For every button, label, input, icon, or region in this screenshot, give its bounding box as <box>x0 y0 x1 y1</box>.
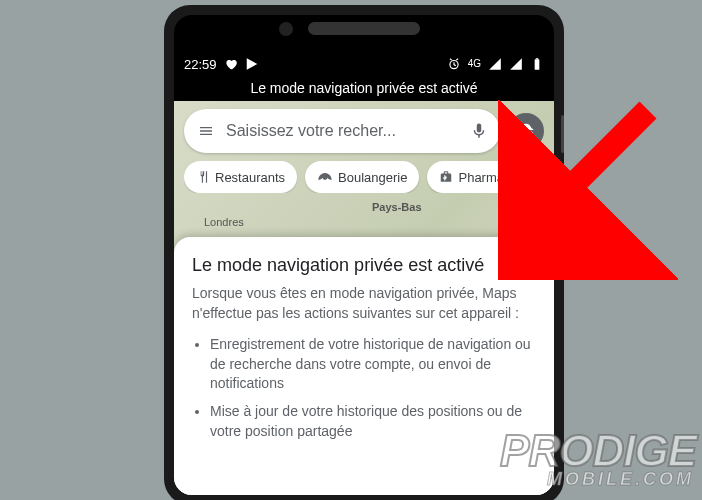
signal-icon <box>488 57 502 71</box>
chip-label: Boulangerie <box>338 170 407 185</box>
incognito-icon <box>515 120 537 142</box>
power-button <box>561 115 564 153</box>
front-camera <box>279 22 293 36</box>
svg-rect-1 <box>535 59 540 70</box>
chip-restaurants[interactable]: Restaurants <box>184 161 297 193</box>
sheet-bullet: Enregistrement de votre historique de na… <box>210 335 536 394</box>
fork-knife-icon <box>196 170 210 184</box>
signal-icon-2 <box>509 57 523 71</box>
incognito-notice: Le mode navigation privée est activé <box>174 77 554 101</box>
alarm-icon <box>447 57 461 71</box>
pharmacy-icon <box>439 170 453 184</box>
svg-rect-2 <box>536 58 538 59</box>
category-chips: Restaurants Boulangerie Pharmacies <box>184 161 554 193</box>
sheet-title: Le mode navigation privée est activé <box>192 255 536 276</box>
network-type: 4G <box>468 59 481 69</box>
map-label-londres: Londres <box>204 216 244 228</box>
sheet-intro: Lorsque vous êtes en mode navigation pri… <box>192 284 536 323</box>
mic-icon[interactable] <box>470 120 488 142</box>
status-bar: 22:59 4G <box>174 51 554 77</box>
search-placeholder: Saisissez votre recher... <box>226 122 460 140</box>
chip-label: Restaurants <box>215 170 285 185</box>
heart-icon <box>224 57 238 71</box>
croissant-icon <box>317 171 333 183</box>
play-icon <box>245 57 259 71</box>
watermark-sub: MOBILE.COM <box>547 469 694 490</box>
speaker-grille <box>308 22 420 35</box>
map-canvas[interactable]: Londres Pays-Bas Hambu Saisissez votre r… <box>174 101 554 495</box>
incognito-sheet[interactable]: Le mode navigation privée est activé Lor… <box>174 237 554 495</box>
screen: 22:59 4G Le mode navigation privée est a… <box>174 51 554 495</box>
volume-button <box>561 165 564 225</box>
svg-point-3 <box>520 132 526 138</box>
svg-point-4 <box>527 132 533 138</box>
chip-label: Pharmacies <box>458 170 527 185</box>
chip-pharmacy[interactable]: Pharmacies <box>427 161 539 193</box>
battery-icon <box>530 57 544 71</box>
map-label-paysbas: Pays-Bas <box>372 201 422 213</box>
hamburger-icon[interactable] <box>196 123 216 139</box>
incognito-avatar[interactable] <box>508 113 544 149</box>
chip-bakery[interactable]: Boulangerie <box>305 161 419 193</box>
sheet-bullet: Mise à jour de votre historique des posi… <box>210 402 536 441</box>
search-bar[interactable]: Saisissez votre recher... <box>184 109 500 153</box>
clock: 22:59 <box>184 57 217 72</box>
